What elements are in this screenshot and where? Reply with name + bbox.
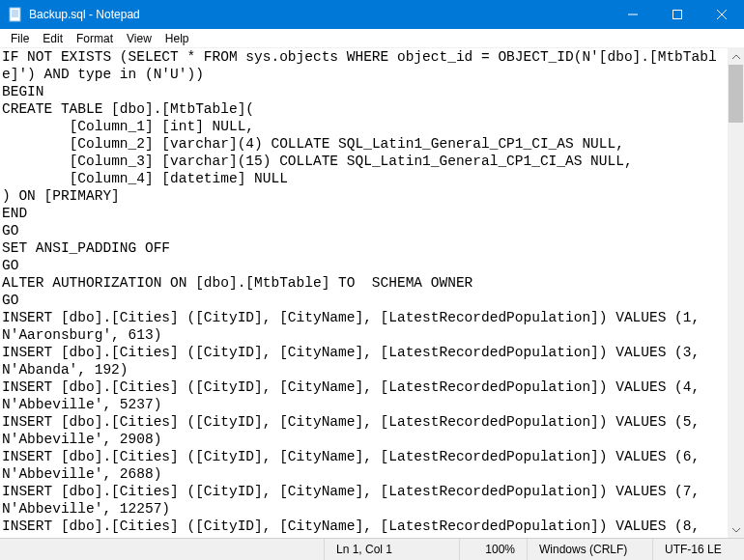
status-line-ending: Windows (CRLF) [527, 539, 652, 560]
scroll-down-arrow-icon[interactable] [728, 521, 744, 538]
status-bar: Ln 1, Col 1 100% Windows (CRLF) UTF-16 L… [0, 538, 744, 560]
minimize-button[interactable] [611, 0, 655, 29]
title-bar: Backup.sql - Notepad [0, 0, 744, 29]
window-title: Backup.sql - Notepad [29, 8, 611, 21]
scroll-thumb[interactable] [729, 65, 743, 123]
menu-help[interactable]: Help [158, 31, 196, 46]
svg-rect-6 [673, 11, 682, 19]
editor-area: IF NOT EXISTS (SELECT * FROM sys.objects… [0, 48, 744, 538]
maximize-button[interactable] [655, 0, 700, 29]
scroll-track[interactable] [728, 65, 744, 521]
notepad-icon [8, 7, 23, 22]
menu-edit[interactable]: Edit [36, 31, 70, 46]
text-editor[interactable]: IF NOT EXISTS (SELECT * FROM sys.objects… [0, 48, 728, 538]
status-encoding: UTF-16 LE [652, 539, 744, 560]
status-zoom: 100% [459, 539, 527, 560]
menu-format[interactable]: Format [70, 31, 120, 46]
status-cursor-position: Ln 1, Col 1 [324, 539, 459, 560]
scroll-up-arrow-icon[interactable] [728, 48, 744, 65]
status-spacer [0, 539, 324, 560]
menu-view[interactable]: View [120, 31, 158, 46]
vertical-scrollbar[interactable] [728, 48, 744, 538]
close-button[interactable] [700, 0, 744, 29]
window-controls [611, 0, 744, 29]
menu-file[interactable]: File [4, 31, 36, 46]
menu-bar: File Edit Format View Help [0, 29, 744, 48]
